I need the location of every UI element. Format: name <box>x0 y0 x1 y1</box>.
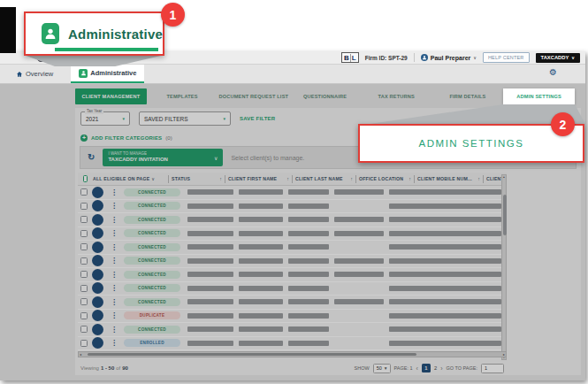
status-badge: CONNECTED <box>124 284 180 292</box>
add-filter-label: ADD FILTER CATEGORIES <box>91 135 162 141</box>
refresh-icon[interactable]: ↻ <box>88 153 95 162</box>
table-row: ⋮CONNECTED <box>78 200 507 214</box>
column-header[interactable]: CLIENT MOBILE NUM...↑ <box>414 175 483 183</box>
row-checkbox[interactable] <box>80 243 88 250</box>
redacted-value <box>288 231 329 236</box>
tax-year-select[interactable]: Tax Year 2021 ▾ <box>80 111 130 126</box>
row-checkbox[interactable] <box>80 203 88 210</box>
tab-client-management[interactable]: CLIENT MANAGEMENT <box>75 88 147 104</box>
row-checkbox[interactable] <box>80 257 88 265</box>
chevron-down-icon: ▾ <box>223 116 225 121</box>
kebab-menu-icon[interactable]: ⋮ <box>111 243 118 251</box>
saved-filters-select[interactable]: SAVED FILTERS ▾ <box>139 111 231 126</box>
kebab-menu-icon[interactable]: ⋮ <box>111 229 118 237</box>
kebab-menu-icon[interactable]: ⋮ <box>111 298 118 306</box>
avatar <box>92 310 103 321</box>
nav-administrative[interactable]: Administrative <box>71 65 144 83</box>
sort-arrow-icon[interactable]: ↑ <box>475 176 480 181</box>
goto-page-input[interactable]: 1 <box>481 364 504 373</box>
column-header[interactable]: OFFICE LOCATION↑ <box>355 175 414 183</box>
user-menu[interactable]: Paul Preparer ∨ <box>421 54 477 61</box>
row-checkbox[interactable] <box>80 230 88 237</box>
redacted-value <box>187 217 233 222</box>
tab-templates[interactable]: TEMPLATES <box>147 88 218 104</box>
redacted-value <box>239 286 283 291</box>
kebab-menu-icon[interactable]: ⋮ <box>111 326 118 334</box>
toolbar-hint: Select client(s) to manage. <box>231 155 304 161</box>
sort-arrow-icon[interactable]: ↑ <box>406 176 411 181</box>
column-header[interactable]: ALL ELIGIBLE ON PAGE∨ <box>90 175 168 183</box>
horizontal-scrollbar[interactable]: ◂ ▸ <box>78 351 507 357</box>
page-size-select[interactable]: 50 ▾ <box>373 364 391 373</box>
tab-admin-settings[interactable]: ADMIN SETTINGS <box>503 88 575 104</box>
chevron-down-icon: ∨ <box>151 176 155 181</box>
chevron-down-icon: ▾ <box>385 365 387 371</box>
tab-tax-returns[interactable]: TAX RETURNS <box>361 88 432 104</box>
kebab-menu-icon[interactable]: ⋮ <box>111 339 118 347</box>
row-checkbox[interactable] <box>80 188 88 196</box>
redacted-value <box>389 189 501 195</box>
add-filter-categories[interactable]: + ADD FILTER CATEGORIES (0) <box>80 134 172 142</box>
vertical-scrollbar[interactable]: ▴ ▾ <box>501 174 507 360</box>
column-header[interactable]: CLIENT LAST NAME↑ <box>292 175 355 183</box>
select-all-checkbox[interactable] <box>83 175 88 182</box>
callout1-label: Administrative <box>68 27 163 42</box>
tab-document-request-list[interactable]: DOCUMENT REQUEST LIST <box>218 88 289 104</box>
row-checkbox[interactable] <box>80 271 88 278</box>
viewing-range: 1 - 50 <box>101 365 114 371</box>
sort-arrow-icon[interactable]: ↑ <box>284 176 289 181</box>
kebab-menu-icon[interactable]: ⋮ <box>111 216 118 224</box>
sort-arrow-icon[interactable]: ↑ <box>347 176 353 181</box>
redacted-value <box>288 341 329 346</box>
column-header[interactable]: CLIENT FIRST NAME↑ <box>225 175 292 183</box>
page-label: PAGE: 1 <box>394 365 413 371</box>
row-checkbox[interactable] <box>80 216 88 223</box>
kebab-menu-icon[interactable]: ⋮ <box>111 257 118 265</box>
redacted-value <box>334 231 384 236</box>
chevron-down-icon: ∨ <box>571 55 575 60</box>
help-center-button[interactable]: HELP CENTER <box>483 52 530 63</box>
redacted-value <box>288 244 329 250</box>
vertical-scroll-thumb[interactable] <box>503 195 507 235</box>
status-badge: DUPLICATE <box>124 311 180 319</box>
row-checkbox[interactable] <box>80 340 88 347</box>
taxcaddy-button[interactable]: TAXCADDY ∨ <box>536 53 580 63</box>
avatar <box>92 187 103 198</box>
table-body: ⋮CONNECTED⋮CONNECTED⋮CONNECTED⋮CONNECTED… <box>78 186 507 350</box>
gear-icon[interactable]: ⚙ <box>549 68 557 77</box>
scroll-up-icon[interactable]: ▴ <box>502 175 506 179</box>
sort-arrow-icon[interactable]: ↑ <box>217 176 222 181</box>
scroll-left-icon[interactable]: ◂ <box>80 352 81 357</box>
kebab-menu-icon[interactable]: ⋮ <box>111 271 118 279</box>
kebab-menu-icon[interactable]: ⋮ <box>111 284 118 292</box>
callout-administrative: Administrative <box>24 12 164 56</box>
page-2-button[interactable]: 2 <box>434 365 437 371</box>
column-header[interactable]: STATUS↑ <box>168 175 225 183</box>
row-checkbox[interactable] <box>80 326 88 333</box>
kebab-menu-icon[interactable]: ⋮ <box>111 188 118 196</box>
prev-page-button[interactable]: ‹ <box>416 365 418 372</box>
manage-dropdown[interactable]: I WANT TO MANAGE TAXCADDY INVITATION ∨ <box>103 149 223 166</box>
avatar <box>92 337 103 349</box>
page-1-button[interactable]: 1 <box>422 364 431 372</box>
avatar <box>92 255 103 266</box>
callout2-label: ADMIN SETTINGS <box>419 138 524 149</box>
tab-firm-details[interactable]: FIRM DETAILS <box>432 88 504 104</box>
save-filter-link[interactable]: SAVE FILTER <box>240 116 275 121</box>
tab-questionnaire[interactable]: QUESTIONNAIRE <box>289 88 361 104</box>
scroll-right-icon[interactable]: ▸ <box>503 352 505 357</box>
manage-value: TAXCADDY INVITATION <box>108 157 214 164</box>
redacted-value <box>334 272 384 277</box>
row-checkbox[interactable] <box>80 285 88 292</box>
nav-overview[interactable]: Overview <box>11 65 58 83</box>
table-row: ⋮CONNECTED <box>78 323 507 337</box>
kebab-menu-icon[interactable]: ⋮ <box>111 311 118 319</box>
horizontal-scroll-thumb[interactable] <box>88 353 416 356</box>
row-checkbox[interactable] <box>80 312 88 319</box>
next-page-button[interactable]: › <box>440 365 442 372</box>
kebab-menu-icon[interactable]: ⋮ <box>111 202 118 210</box>
redacted-value <box>239 231 283 236</box>
status-badge: CONNECTED <box>124 243 180 251</box>
row-checkbox[interactable] <box>80 298 88 305</box>
avatar <box>92 214 103 226</box>
